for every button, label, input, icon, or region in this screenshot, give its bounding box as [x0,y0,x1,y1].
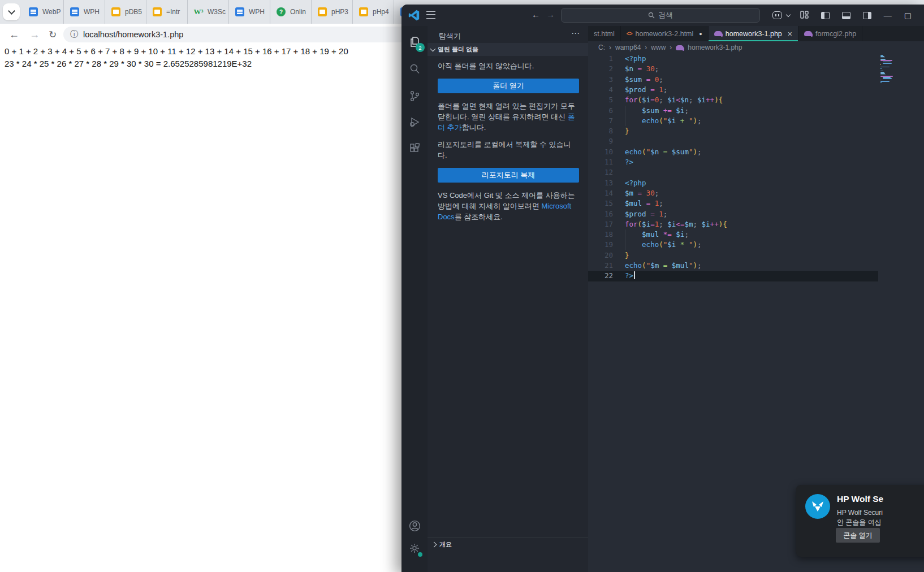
code-line[interactable]: 10echo("$n = $sum"); [588,147,924,157]
code-line[interactable]: 22?> [588,271,924,281]
extensions-icon[interactable] [401,137,428,159]
browser-tab[interactable]: W³W3Sc [188,0,229,24]
browser-tab[interactable]: WebP [23,0,64,24]
menu-icon[interactable] [426,11,435,19]
command-search-box[interactable]: 검색 [561,8,760,23]
code-line[interactable]: 2$n = 30; [588,64,924,74]
browser-tab[interactable]: pHp4 [353,0,394,24]
code-line[interactable]: 11?> [588,157,924,167]
minimap-line [883,63,892,64]
browser-tab-label: WPH [84,8,100,16]
copilot-chevron-icon[interactable] [786,12,791,16]
toast-body-line1: HP Wolf Securi [837,508,883,518]
customize-layout-icon[interactable] [800,11,809,20]
sq-yellow-favicon [111,7,120,16]
nav-forward-icon[interactable]: → [546,10,555,19]
browser-tab[interactable]: pHP3 [312,0,353,24]
open-folder-button[interactable]: 폴더 열기 [438,79,579,93]
close-tab-icon[interactable]: × [788,29,792,38]
breadcrumb-item[interactable]: homework3-1.php [688,44,742,51]
code-line[interactable]: 15$mul = 1; [588,198,924,209]
back-button[interactable]: ← [9,29,19,41]
line-number: 4 [588,85,613,95]
source-control-icon[interactable] [401,85,428,107]
hp-wolf-icon [805,494,830,519]
code-line[interactable]: 1<?php [588,54,924,64]
code-line[interactable]: 20} [588,250,924,261]
code-line[interactable]: 4$prod = 1; [588,85,924,95]
tab-search-button[interactable] [3,3,20,20]
editor-tab[interactable]: <>homework3-2.html● [621,26,709,41]
breadcrumb-item[interactable]: wamp64 [615,44,641,51]
line-number: 1 [588,54,613,64]
code-text: <?php [625,178,646,188]
code-line[interactable]: 17for($i=1; $i<=$m; $i++){ [588,219,924,229]
breadcrumb-item[interactable]: C: [598,44,605,51]
code-line[interactable]: 14$m = 30; [588,188,924,198]
minimize-button[interactable]: — [884,11,892,20]
editor-tab-label: homework3-1.php [726,30,782,38]
browser-tab[interactable]: pDB5 [105,0,146,24]
doc-blue-favicon [29,7,38,16]
w3-favicon: W³ [194,7,203,16]
forward-button[interactable]: → [29,29,40,41]
maximize-button[interactable]: ▢ [904,11,912,20]
code-line[interactable]: 19 echo("$i * "); [588,240,924,250]
line-number: 5 [588,95,613,105]
code-line[interactable]: 6 $sum += $i; [588,106,924,116]
open-note-text: 폴더를 열면 현재 열려 있는 편집기가 모두 닫힙니다. 열린 상태를 유지하… [438,102,575,121]
run-debug-icon[interactable] [401,111,428,133]
php-file-icon [714,31,722,36]
minimap-line [880,56,884,57]
sidebar-more-actions[interactable]: ⋯ [571,28,580,38]
browser-tab[interactable]: WPH [64,0,105,24]
editor-tab[interactable]: homework3-1.php× [709,26,798,41]
code-line[interactable]: 8} [588,126,924,136]
explorer-icon[interactable]: 2 [401,31,428,53]
line-number: 17 [588,219,613,229]
site-info-icon[interactable]: ⓘ [70,29,78,40]
browser-tab[interactable]: WPH [229,0,270,24]
code-text: $prod = 1; [625,209,667,219]
toggle-primary-sidebar-icon[interactable] [821,12,830,19]
no-folder-section-header[interactable]: 열린 폴더 없음 [428,43,588,56]
account-icon[interactable] [401,514,428,537]
indent-guide [625,116,642,126]
toggle-panel-icon[interactable] [842,12,850,19]
open-folder-note: 폴더를 열면 현재 열려 있는 편집기가 모두 닫힙니다. 열린 상태를 유지하… [438,101,579,133]
code-text: $sum += $i; [625,106,689,116]
no-folder-text: 아직 폴더를 열지 않았습니다. [438,61,579,72]
open-console-button[interactable]: 콘솔 열기 [836,528,880,543]
code-line[interactable]: 7 echo("$i + "); [588,116,924,126]
reload-button[interactable]: ↻ [49,29,57,41]
code-text: $sum = 0; [625,75,663,85]
code-line[interactable]: 9 [588,136,924,146]
outline-section-header[interactable]: 개요 [428,538,588,551]
browser-tab-label: pHp4 [373,8,389,16]
breadcrumb[interactable]: C:›wamp64›www›homework3-1.php [588,41,924,54]
code-line[interactable]: 13<?php [588,178,924,188]
breadcrumb-item[interactable]: www [651,44,666,51]
code-line[interactable]: 12 [588,167,924,177]
browser-tab[interactable]: =Intr [146,0,188,24]
code-text: $mul *= $i; [625,229,689,240]
settings-gear-icon[interactable] [401,537,428,560]
nav-back-icon[interactable]: ← [532,10,540,19]
code-line[interactable]: 21echo("$m = $mul"); [588,261,924,271]
code-line[interactable]: 18 $mul *= $i; [588,229,924,240]
editor-tab[interactable]: st.html [588,26,621,41]
code-line[interactable]: 16$prod = 1; [588,209,924,219]
browser-tab[interactable]: ?Onlin [270,0,312,24]
copilot-icon[interactable] [772,11,782,19]
editor-tab[interactable]: formcgi2.php [798,26,862,41]
toggle-secondary-sidebar-icon[interactable] [863,12,871,19]
line-number: 14 [588,188,613,198]
clone-repo-button[interactable]: 리포지토리 복제 [438,168,579,183]
code-text: echo("$n = $sum"); [625,147,702,157]
browser-tab-label: pHP3 [331,8,348,16]
code-line[interactable]: 5for($i=0; $i<$n; $i++){ [588,95,924,105]
search-view-icon[interactable] [401,58,428,80]
code-line[interactable]: 3$sum = 0; [588,75,924,85]
code-text: } [625,126,629,136]
line-number: 7 [588,116,613,126]
